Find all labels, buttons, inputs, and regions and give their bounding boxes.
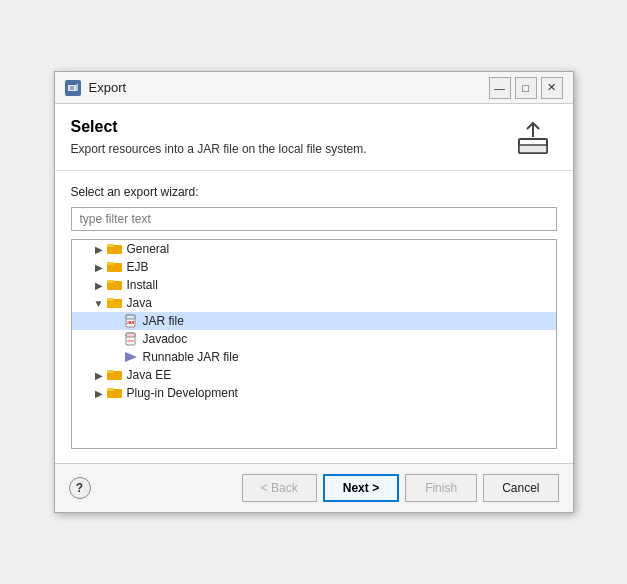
back-button[interactable]: < Back (242, 474, 317, 502)
tree-label-plugin-dev: Plug-in Development (127, 386, 238, 400)
tree-item-runnable-jar[interactable]: Runnable JAR file (72, 348, 556, 366)
tree-item-javadoc[interactable]: doc Javadoc (72, 330, 556, 348)
dialog-title: Export (89, 80, 481, 95)
arrow-javadoc (108, 332, 122, 346)
header-text: Select Export resources into a JAR file … (71, 118, 497, 156)
help-button[interactable]: ? (69, 477, 91, 499)
arrow-jar (108, 314, 122, 328)
tree-container[interactable]: General EJB Install (71, 239, 557, 449)
arrow-java-ee (92, 368, 106, 382)
minimize-button[interactable]: — (489, 77, 511, 99)
tree-label-java: Java (127, 296, 152, 310)
title-bar: Export — □ ✕ (55, 72, 573, 104)
footer-buttons: < Back Next > Finish Cancel (242, 474, 559, 502)
arrow-runnable (108, 350, 122, 364)
tree-label-install: Install (127, 278, 158, 292)
tree-label-ejb: EJB (127, 260, 149, 274)
close-button[interactable]: ✕ (541, 77, 563, 99)
cancel-button[interactable]: Cancel (483, 474, 558, 502)
svg-rect-8 (107, 244, 114, 247)
tree-item-ejb[interactable]: EJB (72, 258, 556, 276)
arrow-plugin-dev (92, 386, 106, 400)
finish-button[interactable]: Finish (405, 474, 477, 502)
runnable-jar-icon (123, 350, 139, 364)
dialog-icon (65, 80, 81, 96)
next-button[interactable]: Next > (323, 474, 399, 502)
svg-marker-22 (125, 352, 137, 362)
jar-file-icon: JAR (123, 314, 139, 328)
tree-item-install[interactable]: Install (72, 276, 556, 294)
arrow-general (92, 242, 106, 256)
maximize-button[interactable]: □ (515, 77, 537, 99)
header-title: Select (71, 118, 497, 136)
svg-rect-0 (68, 85, 76, 91)
folder-icon-ejb (107, 260, 123, 274)
svg-rect-10 (107, 262, 114, 265)
svg-rect-15 (108, 302, 121, 307)
header-description: Export resources into a JAR file on the … (71, 142, 497, 156)
folder-icon-install (107, 278, 123, 292)
footer: ? < Back Next > Finish Cancel (55, 463, 573, 512)
tree-label-java-ee: Java EE (127, 368, 172, 382)
svg-rect-24 (107, 370, 114, 373)
content-section: Select an export wizard: General EJB (55, 171, 573, 463)
wizard-label: Select an export wizard: (71, 185, 557, 199)
javadoc-icon: doc (123, 332, 139, 346)
tree-label-javadoc: Javadoc (143, 332, 188, 346)
svg-rect-5 (519, 145, 547, 153)
filter-input[interactable] (71, 207, 557, 231)
svg-rect-17 (126, 315, 135, 319)
header-section: Select Export resources into a JAR file … (55, 104, 573, 171)
export-dialog: Export — □ ✕ Select Export resources int… (54, 71, 574, 513)
svg-rect-14 (107, 298, 114, 301)
tree-item-jar-file[interactable]: JAR JAR file (72, 312, 556, 330)
title-bar-buttons: — □ ✕ (489, 77, 563, 99)
tree-label-jar-file: JAR file (143, 314, 184, 328)
arrow-ejb (92, 260, 106, 274)
tree-item-general[interactable]: General (72, 240, 556, 258)
tree-label-general: General (127, 242, 170, 256)
tree-item-java-ee[interactable]: Java EE (72, 366, 556, 384)
folder-icon-general (107, 242, 123, 256)
svg-marker-1 (76, 83, 78, 91)
folder-open-icon-java (107, 296, 123, 310)
svg-rect-20 (126, 333, 135, 337)
svg-text:JAR: JAR (126, 320, 134, 325)
folder-icon-java-ee (107, 368, 123, 382)
tree-item-plugin-dev[interactable]: Plug-in Development (72, 384, 556, 402)
arrow-java (92, 296, 106, 310)
tree-item-java[interactable]: Java (72, 294, 556, 312)
export-icon (509, 118, 557, 158)
svg-rect-12 (107, 280, 114, 283)
svg-rect-26 (107, 388, 114, 391)
svg-text:doc: doc (127, 338, 133, 343)
tree-label-runnable-jar: Runnable JAR file (143, 350, 239, 364)
folder-icon-plugin-dev (107, 386, 123, 400)
arrow-install (92, 278, 106, 292)
